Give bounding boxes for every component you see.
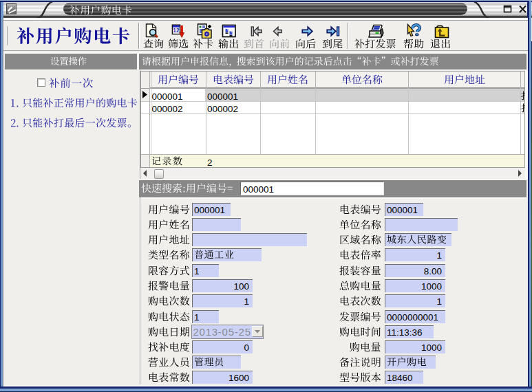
svg-text:12: 12 xyxy=(173,27,180,34)
